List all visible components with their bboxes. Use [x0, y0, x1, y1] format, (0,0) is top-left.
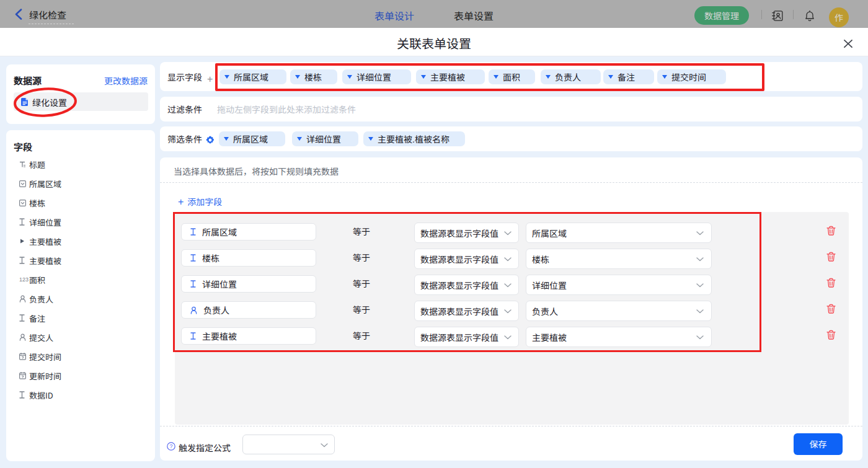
svg-text:?: ? — [169, 443, 172, 449]
